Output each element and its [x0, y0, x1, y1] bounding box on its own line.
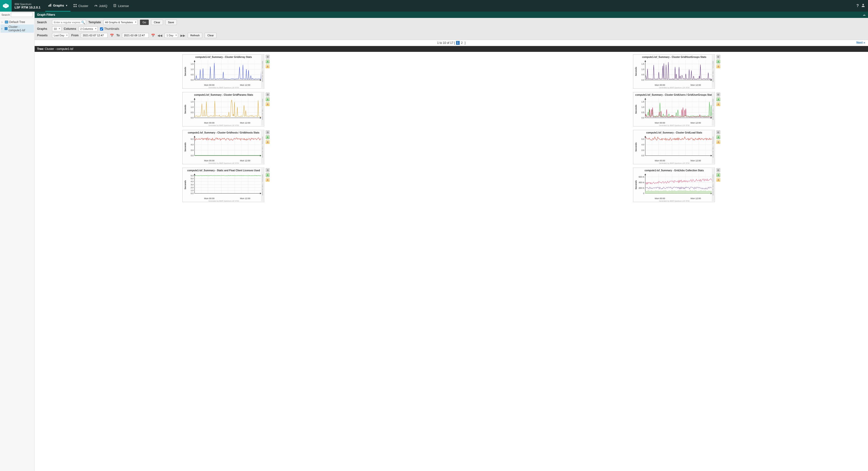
calendar-icon[interactable]: 📅: [151, 34, 155, 37]
shift-left-icon[interactable]: ◀◀: [157, 34, 162, 37]
csv-export-icon[interactable]: ⬇: [266, 135, 270, 139]
svg-text:2.0: 2.0: [191, 186, 194, 189]
realtime-icon[interactable]: ≣: [266, 140, 270, 144]
timespan-dropdown[interactable]: 1 Day: [165, 33, 178, 38]
app-logo[interactable]: [0, 0, 11, 11]
graphs-grid: compute1-lsf_Summary - Cluster GridArray…: [39, 54, 863, 202]
rrdtool-watermark: RRDTOOL / TOBI OETIKER: [712, 93, 714, 126]
tab-graphs-label: Graphs: [53, 4, 64, 7]
csv-export-icon[interactable]: ⬇: [266, 97, 270, 101]
graph-thumbnail[interactable]: compute1-lsf_Summary - GridJobs Collecti…: [633, 168, 715, 202]
gear-icon[interactable]: ⚙: [266, 93, 270, 96]
realtime-icon[interactable]: ≣: [266, 178, 270, 182]
realtime-icon[interactable]: ≣: [716, 178, 720, 182]
tab-jobiq[interactable]: JobIQ: [91, 0, 111, 11]
page-2[interactable]: 2: [460, 41, 464, 45]
tree-cluster[interactable]: ▸ Cluster - compute1-lsf: [0, 25, 34, 33]
collapse-icon[interactable]: ︽: [863, 13, 866, 17]
template-dropdown[interactable]: All Graphs & Templates: [103, 20, 137, 25]
columns-dropdown[interactable]: 2 Columns: [79, 26, 98, 31]
graph-title: compute1-lsf_Summary - GridJobs Collecti…: [635, 169, 714, 172]
from-input[interactable]: [81, 33, 107, 38]
graph-thumbnail[interactable]: compute1-lsf_Summary - Cluster GridUsers…: [633, 92, 715, 126]
realtime-icon[interactable]: ≣: [266, 102, 270, 106]
to-input[interactable]: [122, 33, 149, 38]
thumbnails-checkbox[interactable]: Thumbnails: [100, 27, 119, 31]
graphs-label: Graphs: [37, 27, 50, 31]
gear-icon[interactable]: ⚙: [266, 168, 270, 172]
graph-thumbnail[interactable]: compute1-lsf_Summary - Cluster GridParam…: [182, 92, 264, 126]
filter-row-1: Search 🔍 Template All Graphs & Templates…: [37, 19, 866, 26]
pager-summary-a: 1 to 10 of 17 [: [437, 41, 456, 45]
graphs-dropdown[interactable]: 10: [52, 26, 61, 31]
graph-footer: Generated by IBM® Spectrum LSF RTM: [184, 124, 263, 127]
calendar-icon[interactable]: 📅: [110, 34, 114, 37]
tab-graphs[interactable]: Graphs ▼: [45, 0, 70, 11]
gear-icon[interactable]: ⚙: [716, 168, 720, 172]
thumbnails-check[interactable]: [100, 27, 103, 31]
realtime-icon[interactable]: ≣: [716, 140, 720, 144]
go-button[interactable]: Go: [140, 20, 149, 25]
pager-next[interactable]: Next »: [857, 41, 865, 45]
graph-thumbnail[interactable]: compute1-lsf_Summary - Cluster GridArray…: [182, 54, 264, 89]
help-icon[interactable]: ?: [857, 4, 859, 8]
tree-default-label: Default Tree: [9, 20, 25, 24]
page-1[interactable]: 1: [456, 41, 460, 45]
graph-thumbnail[interactable]: compute1-lsf_Summary - Cluster GridLoad …: [633, 130, 715, 164]
graph-thumbnail[interactable]: compute1-lsf_Summary - Cluster GridHostG…: [633, 54, 715, 89]
graph-thumbnail[interactable]: compute1-lsf_Summary - Cluster Gridhosts…: [182, 130, 264, 164]
refresh-button[interactable]: Refresh: [188, 33, 203, 38]
graph-tools: ⚙ ⬇ ≣: [716, 130, 720, 144]
cluster-icon: [73, 4, 77, 8]
graph-ylabel: Seconds: [184, 59, 187, 84]
realtime-icon[interactable]: ≣: [716, 102, 720, 106]
gear-icon[interactable]: ⚙: [716, 93, 720, 96]
svg-text:5.0: 5.0: [191, 177, 194, 180]
search-input[interactable]: [52, 20, 86, 25]
svg-text:0.0: 0.0: [191, 79, 194, 81]
gear-icon[interactable]: ⚙: [716, 130, 720, 134]
clear-timespan-button[interactable]: Clear: [205, 33, 216, 38]
graph-xlabels: Mon 00:00 Mon 12:00: [184, 197, 263, 200]
graph-tools: ⚙ ⬇ ≣: [266, 92, 270, 106]
tab-cluster[interactable]: Cluster: [70, 0, 91, 11]
graph-title: compute1-lsf_Summary - Static and Float …: [184, 169, 263, 172]
gear-icon[interactable]: ⚙: [266, 130, 270, 134]
from-label: From: [71, 34, 79, 37]
shift-right-icon[interactable]: ▶▶: [180, 34, 185, 37]
user-icon[interactable]: [861, 3, 865, 8]
csv-export-icon[interactable]: ⬇: [716, 97, 720, 101]
tab-license-label: License: [118, 4, 129, 8]
graph-icon: [5, 27, 7, 30]
graph-xlabels: Mon 00:00 Mon 12:00: [635, 122, 714, 124]
svg-text:1.5: 1.5: [641, 63, 644, 65]
csv-export-icon[interactable]: ⬇: [266, 173, 270, 177]
tree-bar-label: Tree:: [37, 47, 44, 51]
gear-icon[interactable]: ⚙: [266, 55, 270, 59]
gear-icon[interactable]: ⚙: [716, 55, 720, 59]
tree-expand-icon[interactable]: ▸: [1, 27, 4, 30]
svg-text:2.0: 2.0: [641, 149, 644, 151]
save-button[interactable]: Save: [165, 20, 177, 25]
csv-export-icon[interactable]: ⬇: [716, 60, 720, 63]
csv-export-icon[interactable]: ⬇: [266, 60, 270, 63]
realtime-icon[interactable]: ≣: [266, 64, 270, 68]
presets-dropdown[interactable]: Last Day: [52, 33, 69, 38]
tree-default[interactable]: ▷ Default Tree: [0, 20, 34, 25]
svg-point-12: [862, 4, 864, 5]
sidebar-search-input[interactable]: [11, 12, 33, 17]
svg-text:1.5: 1.5: [191, 100, 194, 103]
search-icon[interactable]: 🔍: [81, 21, 85, 24]
graph-thumbnail[interactable]: compute1-lsf_Summary - Static and Float …: [182, 168, 264, 202]
svg-line-7: [96, 6, 97, 6]
search-label: Search: [37, 21, 50, 24]
graph-cell: compute1-lsf_Summary - Static and Float …: [182, 168, 270, 202]
graph-plot: 0.02.04.06.0: [638, 135, 714, 159]
tree-expand-icon[interactable]: ▷: [1, 21, 4, 23]
clear-button[interactable]: Clear: [151, 20, 163, 25]
tab-license[interactable]: License: [110, 0, 132, 11]
csv-export-icon[interactable]: ⬇: [716, 135, 720, 139]
csv-export-icon[interactable]: ⬇: [716, 173, 720, 177]
graph-xlabels: Mon 00:00 Mon 12:00: [635, 84, 714, 86]
realtime-icon[interactable]: ≣: [716, 64, 720, 68]
